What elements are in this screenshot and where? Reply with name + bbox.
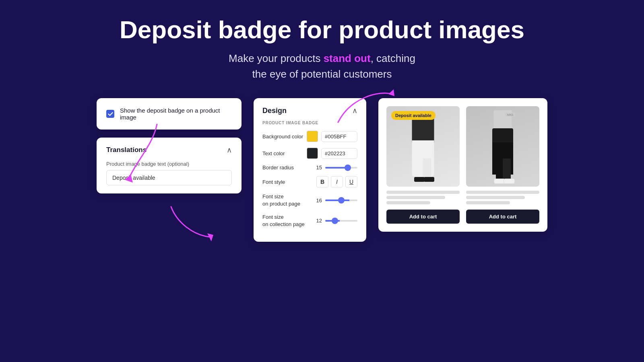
design-chevron-icon[interactable]: ∧ — [352, 106, 357, 115]
text-color-input[interactable] — [321, 148, 357, 159]
design-card-header: Design ∧ — [262, 106, 357, 115]
border-radius-control: 15 — [314, 165, 357, 171]
translations-card-header: Translations ∧ — [106, 146, 232, 154]
translations-title: Translations — [106, 146, 147, 154]
product-image-2: NIKE — [466, 106, 539, 187]
translations-chevron-icon[interactable]: ∧ — [227, 146, 232, 154]
product-lines-2 — [466, 191, 539, 206]
product-line — [466, 201, 510, 204]
font-size-product-control: 16 — [314, 197, 357, 204]
subtitle-highlight: stand out — [324, 52, 371, 64]
border-radius-value: 15 — [314, 165, 322, 171]
product-line — [386, 196, 445, 199]
page-title: Deposit badge for product images — [120, 16, 524, 43]
product-line — [386, 201, 430, 204]
checkbox-label: Show the deposit badge on a product imag… — [120, 107, 232, 121]
product-image-badge-label: PRODUCT IMAGE BADGE — [262, 121, 357, 125]
product-image-1: Deposit available — [386, 106, 460, 187]
border-radius-row: Border radius 15 — [262, 165, 357, 171]
background-color-input[interactable] — [321, 131, 357, 142]
font-size-product-label: Font sizeon product page — [262, 193, 314, 208]
border-radius-label: Border radius — [262, 165, 314, 171]
font-size-collection-slider[interactable] — [325, 220, 357, 222]
font-style-controls: B I U — [316, 176, 357, 187]
background-color-swatch[interactable] — [307, 131, 318, 142]
text-color-swatch[interactable] — [307, 148, 318, 159]
border-radius-slider[interactable] — [325, 167, 357, 169]
font-size-collection-label: Font sizeon collection page — [262, 214, 314, 228]
add-to-cart-button-2[interactable]: Add to cart — [466, 210, 539, 224]
font-size-product-value: 16 — [314, 197, 322, 204]
product-item-2: NIKE Add to cart — [466, 106, 539, 224]
font-size-collection-value: 12 — [314, 218, 322, 224]
font-style-row: Font style B I U — [262, 176, 357, 187]
product-line — [386, 191, 460, 194]
page-subtitle: Make your products stand out, catchingth… — [120, 51, 524, 82]
badge-text-field-label: Product image badge text (optional) — [106, 161, 232, 167]
text-color-label: Text color — [262, 150, 307, 156]
background-color-row: Background color — [262, 131, 357, 142]
svg-marker-1 — [388, 89, 394, 96]
add-to-cart-button-1[interactable]: Add to cart — [386, 210, 460, 224]
translations-card: Translations ∧ Product image badge text … — [97, 138, 242, 193]
font-italic-button[interactable]: I — [331, 176, 343, 187]
font-bold-button[interactable]: B — [316, 176, 328, 187]
panels-wrapper: Show the deposit badge on a product imag… — [24, 98, 620, 242]
text-color-row: Text color — [262, 148, 357, 159]
arrow-translations-to-design — [165, 203, 213, 243]
subtitle-before: Make your products — [229, 52, 324, 64]
text-color-control — [307, 148, 357, 159]
product-lines-1 — [386, 191, 460, 206]
font-size-collection-control: 12 — [314, 218, 357, 224]
product-item-1: Deposit available — [386, 106, 460, 224]
deposit-badge-checkbox[interactable] — [106, 110, 114, 118]
font-size-collection-row: Font sizeon collection page 12 — [262, 214, 357, 228]
page-header: Deposit badge for product images Make yo… — [120, 16, 524, 82]
background-color-control — [307, 131, 357, 142]
font-size-product-slider[interactable] — [325, 200, 357, 201]
deposit-badge: Deposit available — [391, 111, 436, 120]
design-card: Design ∧ PRODUCT IMAGE BADGE Background … — [254, 98, 366, 242]
svg-marker-2 — [207, 233, 213, 241]
font-underline-button[interactable]: U — [345, 176, 357, 187]
design-title: Design — [262, 107, 287, 115]
left-panel: Show the deposit badge on a product imag… — [97, 98, 242, 193]
product-grid: Deposit available — [386, 106, 539, 224]
background-color-label: Background color — [262, 134, 307, 140]
product-line — [466, 191, 539, 194]
badge-text-input[interactable] — [106, 170, 232, 185]
font-style-label: Font style — [262, 179, 316, 185]
product-line — [466, 196, 525, 199]
preview-card: Deposit available — [378, 98, 547, 232]
font-size-product-row: Font sizeon product page 16 — [262, 193, 357, 208]
checkbox-card: Show the deposit badge on a product imag… — [97, 98, 242, 130]
